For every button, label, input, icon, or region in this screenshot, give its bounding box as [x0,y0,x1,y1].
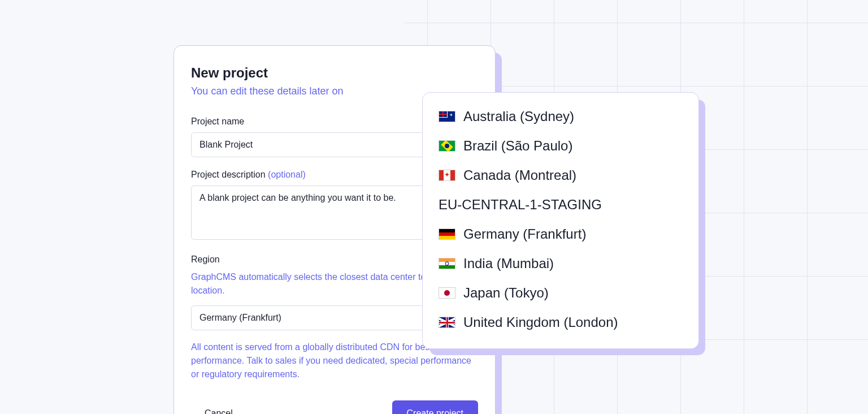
region-option-label: United Kingdom (London) [463,314,618,330]
region-dropdown-panel: Australia (Sydney)Brazil (São Paulo)Cana… [422,92,699,349]
flag-icon [439,111,455,122]
create-project-button[interactable]: Create project [392,400,479,414]
cancel-button[interactable]: Cancel [191,402,246,414]
region-option-label: EU-CENTRAL-1-STAGING [439,197,602,213]
flag-icon [439,287,455,299]
flag-icon [439,317,455,328]
region-option-label: Brazil (São Paulo) [463,138,572,154]
region-option-label: Australia (Sydney) [463,109,574,124]
region-option-label: Canada (Montreal) [463,167,576,183]
flag-icon [439,228,455,240]
region-option-label: Japan (Tokyo) [463,285,549,301]
region-selected-value: Germany (Frankfurt) [199,313,281,322]
flag-icon [439,258,455,269]
region-option-label: Germany (Frankfurt) [463,226,586,242]
flag-icon [439,170,455,181]
region-option[interactable]: EU-CENTRAL-1-STAGING [436,190,685,219]
optional-tag: (optional) [268,170,306,179]
modal-title: New project [191,65,478,81]
flag-icon [439,140,455,152]
region-option-label: India (Mumbai) [463,256,554,271]
region-option[interactable]: Brazil (São Paulo) [436,131,685,161]
region-option[interactable]: Australia (Sydney) [436,102,685,131]
modal-button-row: Cancel Create project [191,400,478,414]
region-option[interactable]: India (Mumbai) [436,249,685,278]
region-option[interactable]: Japan (Tokyo) [436,278,685,308]
region-option[interactable]: Canada (Montreal) [436,161,685,190]
talk-to-sales-link[interactable]: Talk to sales [246,356,296,365]
region-option[interactable]: Germany (Frankfurt) [436,219,685,249]
region-option[interactable]: United Kingdom (London) [436,308,685,337]
